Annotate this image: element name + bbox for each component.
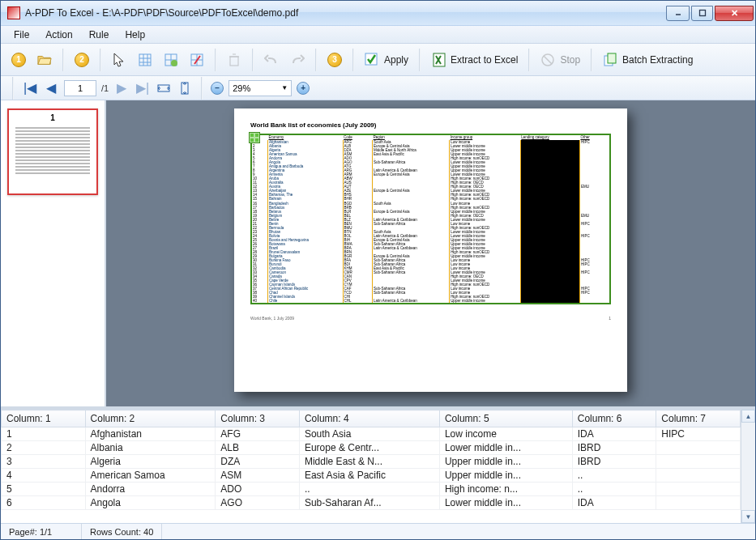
table-row[interactable]: 4American SamoaASMEast Asia & PacificUpp… bbox=[2, 469, 741, 483]
table-tool-1[interactable] bbox=[134, 49, 156, 71]
table-tool-2[interactable] bbox=[160, 49, 182, 71]
grid-cell[interactable]: 5 bbox=[2, 483, 86, 496]
step-3-badge[interactable]: 3 bbox=[323, 49, 346, 71]
scroll-down-icon[interactable]: ▼ bbox=[741, 510, 755, 523]
grid-cell[interactable]: 2 bbox=[2, 441, 86, 455]
selection-handle-icon[interactable] bbox=[249, 132, 260, 143]
batch-label: Batch Extracting bbox=[622, 54, 693, 66]
page-number-input[interactable] bbox=[64, 80, 96, 96]
table-tool-3[interactable] bbox=[186, 49, 208, 71]
grid-cell[interactable]: .. bbox=[299, 483, 439, 496]
batch-button[interactable]: Batch Extracting bbox=[599, 49, 697, 71]
grid-cell[interactable]: .. bbox=[572, 469, 656, 483]
grid-column-header[interactable]: Column: 4 bbox=[299, 410, 439, 427]
grid-cell[interactable]: Lower middle in... bbox=[439, 496, 572, 510]
open-file-button[interactable] bbox=[33, 49, 56, 71]
minimize-button[interactable] bbox=[666, 6, 690, 21]
grid-cell[interactable] bbox=[656, 441, 741, 455]
extract-button[interactable]: Extract to Excel bbox=[427, 49, 522, 71]
grid-cell[interactable]: Sub-Saharan Af... bbox=[299, 496, 439, 510]
grid-column-header[interactable]: Column: 6 bbox=[572, 410, 656, 427]
grid-cell[interactable]: Albania bbox=[85, 441, 216, 455]
table-row[interactable]: 5AndorraADO..High income: n..... bbox=[2, 483, 741, 496]
grid-cell[interactable]: 4 bbox=[2, 469, 86, 483]
menu-help[interactable]: Help bbox=[117, 28, 153, 42]
step-1-badge[interactable]: 1 bbox=[7, 49, 30, 71]
grid-vertical-scrollbar[interactable]: ▲ ▼ bbox=[741, 410, 755, 523]
grid-cell[interactable]: Upper middle in... bbox=[439, 469, 572, 483]
grid-cell[interactable]: South Asia bbox=[299, 427, 439, 441]
close-button[interactable]: ✕ bbox=[715, 6, 754, 21]
grid-cell[interactable]: Afghanistan bbox=[85, 427, 216, 441]
grid-cell[interactable]: Lower middle in... bbox=[439, 441, 572, 455]
window-title: A-PDF To Excel - E:\A-PDF\PDF\Source\PDF… bbox=[25, 7, 666, 19]
grid-column-header[interactable]: Column: 1 bbox=[2, 410, 86, 427]
table-row[interactable]: 6AngolaAGOSub-Saharan Af...Lower middle … bbox=[2, 496, 741, 510]
grid-cell[interactable] bbox=[656, 496, 741, 510]
maximize-button[interactable] bbox=[691, 6, 713, 21]
grid-cell[interactable]: Algeria bbox=[85, 455, 216, 469]
grid-column-header[interactable]: Column: 3 bbox=[216, 410, 300, 427]
thumbnail-page-1[interactable]: 1 bbox=[7, 108, 98, 195]
next-page-button[interactable]: ▶ bbox=[113, 80, 130, 96]
data-grid[interactable]: Column: 1Column: 2Column: 3Column: 4Colu… bbox=[1, 410, 741, 523]
zoom-in-button[interactable]: + bbox=[297, 82, 310, 95]
grid-cell[interactable]: IBRD bbox=[572, 441, 656, 455]
stop-button[interactable]: Stop bbox=[536, 49, 584, 71]
thumbnail-panel[interactable]: 1 bbox=[1, 100, 106, 406]
grid-column-header[interactable]: Column: 7 bbox=[656, 410, 741, 427]
grid-cell[interactable]: 1 bbox=[2, 427, 86, 441]
last-page-button[interactable]: ▶| bbox=[135, 80, 151, 96]
table-row[interactable]: 1AfghanistanAFGSouth AsiaLow incomeIDAHI… bbox=[2, 427, 741, 441]
delete-button[interactable] bbox=[223, 49, 246, 71]
grid-cell[interactable]: IDA bbox=[572, 496, 656, 510]
apply-button[interactable]: Apply bbox=[361, 49, 412, 71]
grid-cell[interactable]: .. bbox=[572, 483, 656, 496]
grid-cell[interactable]: 3 bbox=[2, 455, 86, 469]
grid-cell[interactable]: American Samoa bbox=[85, 469, 216, 483]
prev-page-button[interactable]: ◀ bbox=[43, 80, 59, 96]
menu-rule[interactable]: Rule bbox=[81, 28, 117, 42]
undo-button[interactable] bbox=[260, 49, 283, 71]
grid-cell[interactable] bbox=[656, 455, 741, 469]
grid-cell[interactable]: Europe & Centr... bbox=[299, 441, 439, 455]
grid-cell[interactable]: Middle East & N... bbox=[299, 455, 439, 469]
grid-cell[interactable]: ADO bbox=[216, 483, 300, 496]
step-2-badge[interactable]: 2 bbox=[70, 49, 93, 71]
grid-cell[interactable]: East Asia & Pacific bbox=[299, 469, 439, 483]
grid-cell[interactable]: ALB bbox=[216, 441, 300, 455]
grid-cell[interactable]: ASM bbox=[216, 469, 300, 483]
grid-cell[interactable] bbox=[656, 483, 741, 496]
table-row[interactable]: 2AlbaniaALBEurope & Centr...Lower middle… bbox=[2, 441, 741, 455]
grid-cell[interactable]: Low income bbox=[439, 427, 572, 441]
zoom-out-button[interactable]: − bbox=[211, 82, 224, 95]
grid-cell[interactable]: IDA bbox=[572, 427, 656, 441]
titlebar[interactable]: A-PDF To Excel - E:\A-PDF\PDF\Source\PDF… bbox=[1, 1, 755, 26]
grid-cell[interactable]: HIPC bbox=[656, 427, 741, 441]
first-page-button[interactable]: |◀ bbox=[22, 80, 38, 96]
menu-action[interactable]: Action bbox=[37, 28, 80, 42]
grid-cell[interactable]: Andorra bbox=[85, 483, 216, 496]
grid-column-header[interactable]: Column: 2 bbox=[85, 410, 216, 427]
grid-cell[interactable]: Upper middle in... bbox=[439, 455, 572, 469]
pdf-page[interactable]: World Bank list of economies (July 2009)… bbox=[234, 108, 627, 392]
grid-cell[interactable]: High income: n... bbox=[439, 483, 572, 496]
table-row[interactable]: 3AlgeriaDZAMiddle East & N...Upper middl… bbox=[2, 455, 741, 469]
grid-cell[interactable]: Angola bbox=[85, 496, 216, 510]
menu-file[interactable]: File bbox=[6, 28, 37, 42]
zoom-combo[interactable]: 29%▼ bbox=[229, 80, 292, 96]
fit-height-button[interactable] bbox=[177, 80, 193, 96]
grid-cell[interactable]: IBRD bbox=[572, 455, 656, 469]
grid-cell[interactable]: AFG bbox=[216, 427, 300, 441]
grid-column-header[interactable]: Column: 5 bbox=[439, 410, 572, 427]
redo-button[interactable] bbox=[286, 49, 309, 71]
fit-width-button[interactable] bbox=[156, 80, 172, 96]
scroll-up-icon[interactable]: ▲ bbox=[741, 410, 755, 423]
cursor-tool-button[interactable] bbox=[108, 49, 130, 71]
pdf-viewer[interactable]: World Bank list of economies (July 2009)… bbox=[106, 100, 755, 406]
grid-cell[interactable]: 6 bbox=[2, 496, 86, 510]
grid-cell[interactable]: AGO bbox=[216, 496, 300, 510]
pdf-table-selection[interactable]: EconomyCodeRegionIncome groupLending cat… bbox=[250, 134, 611, 304]
grid-cell[interactable]: DZA bbox=[216, 455, 300, 469]
grid-cell[interactable] bbox=[656, 469, 741, 483]
